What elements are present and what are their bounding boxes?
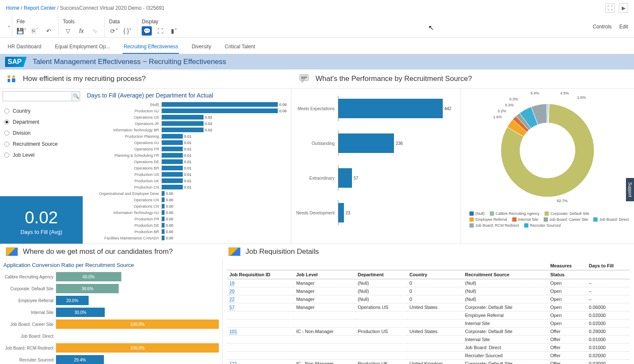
legend-item[interactable]: (Null) <box>469 211 485 216</box>
table-row[interactable]: Job Board: DirectOffer0.01000 <box>227 344 630 352</box>
perf-bar-row[interactable]: Meets Expectations442 <box>296 91 456 126</box>
donut-svg[interactable]: 5.4%4.5%1.6%0.3%0.3%3.2%1.6%82.7% <box>475 91 620 210</box>
bookmark-icon[interactable]: ▮˅ <box>169 26 179 36</box>
search-input[interactable] <box>3 92 72 101</box>
legend-item[interactable]: Employee Referral <box>469 217 507 222</box>
table-row[interactable]: 101IC - Non-ManagerProduction USUnited S… <box>227 328 630 336</box>
conv-bar-row[interactable]: Job Board: RCM Redirect100.0% <box>3 342 219 354</box>
bar-row[interactable]: (Null)0.06 <box>84 101 287 108</box>
filter-icon[interactable]: ▽ <box>63 26 73 36</box>
bar-row[interactable]: Production FR0.00 <box>84 216 287 222</box>
bar-row[interactable]: Operations CN0.00 <box>84 197 287 203</box>
collapse-icon[interactable]: ˄ <box>6 24 12 33</box>
save-icon[interactable]: 💾˅ <box>17 26 27 36</box>
col-header[interactable]: Status <box>547 270 586 279</box>
conv-bar-row[interactable]: Employee Referral20.0% <box>3 295 219 306</box>
link-icon[interactable]: ∿ <box>90 26 100 36</box>
filter-recruitment-source[interactable]: Recruitment Source <box>4 139 78 150</box>
table-row[interactable]: Internal SiteOpen0.02000 <box>227 320 630 328</box>
play-icon[interactable]: ▶ <box>619 3 628 13</box>
perf-bar-row[interactable]: Needs Development23 <box>296 195 456 230</box>
bar-row[interactable]: Operations BR0.01 <box>84 165 287 171</box>
req-id-link[interactable]: 22 <box>229 297 235 302</box>
col-header[interactable]: Country <box>407 270 463 279</box>
bar-row[interactable]: Operations FR0.01 <box>84 146 287 152</box>
menu-data[interactable]: Data <box>109 18 133 26</box>
bar-row[interactable]: Operations AU0.01 <box>84 139 287 146</box>
support-tab[interactable]: Support <box>626 178 634 201</box>
bar-row[interactable]: Production Planning0.01 <box>84 133 287 139</box>
revert-icon[interactable]: ↶ <box>44 26 54 36</box>
legend-item[interactable]: Calibre Recruiting Agency <box>490 211 540 216</box>
perf-bar-row[interactable]: Outstanding236 <box>296 126 456 161</box>
col-header[interactable]: Department <box>355 270 407 279</box>
req-id-link[interactable]: 57 <box>229 305 235 310</box>
bar-row[interactable]: Production US0.01 <box>84 171 287 178</box>
table-row[interactable]: 121IC - Non-ManagerProduction UKUnited K… <box>227 360 630 364</box>
col-header[interactable]: Recruitment Source <box>462 270 547 279</box>
controls-link[interactable]: Controls <box>593 24 612 30</box>
legend-item[interactable]: Internal Site <box>512 217 539 222</box>
tab-recruiting-effectiveness[interactable]: Recruiting Effectiveness <box>123 41 179 54</box>
legend-item[interactable]: Corporate: Default Site <box>545 211 589 216</box>
edit-link[interactable]: Edit <box>619 24 628 30</box>
fullscreen-icon[interactable]: ⛶ <box>155 26 165 36</box>
req-id-link[interactable]: 101 <box>229 329 237 334</box>
bar-row[interactable]: Operations DE0.01 <box>84 158 287 165</box>
legend-item[interactable]: Recruiter Sourced <box>524 223 561 228</box>
filter-division[interactable]: Division <box>4 128 78 139</box>
breadcrumb-report-center[interactable]: Report Center <box>24 5 56 11</box>
expand-icon[interactable]: ⛶ <box>605 3 614 13</box>
tab-diversity[interactable]: Diversity <box>191 41 212 54</box>
copy-icon[interactable]: ⎘˅ <box>30 26 40 36</box>
bar-row[interactable]: Production BR0.00 <box>84 228 287 235</box>
conv-bar-row[interactable]: Internal Site30.0% <box>3 306 219 318</box>
req-id-link[interactable]: 18 <box>229 281 235 286</box>
col-header[interactable]: Job Requisition ID <box>227 270 293 279</box>
bar-row[interactable]: Organizational and Employee Deve0.00 <box>84 190 287 197</box>
legend-item[interactable]: Job Board: Career Site <box>544 217 589 222</box>
tab-hr-dashboard[interactable]: HR Dashboard <box>7 41 42 54</box>
table-row[interactable]: 18Manager(Null)0(Null)Open– <box>227 279 630 287</box>
tab-critical-talent[interactable]: Critical Talent <box>224 41 256 54</box>
bar-row[interactable]: Facilities Maintenance CANADA0.00 <box>84 235 287 241</box>
table-row[interactable]: Recruiter SourcedOffer0.02000 <box>227 352 630 360</box>
filter-country[interactable]: Country <box>4 106 78 117</box>
comment-icon[interactable]: 💬 <box>142 26 152 36</box>
legend-item[interactable]: Job Board: RCM Redirect <box>469 223 519 228</box>
filter-job-level[interactable]: Job Level <box>4 150 78 161</box>
search-icon[interactable]: 🔍 <box>72 92 80 101</box>
req-id-link[interactable]: 121 <box>229 361 237 364</box>
table-row[interactable]: 20Manager(Null)0(Null)Open– <box>227 287 630 295</box>
tab-equal-employment-op-[interactable]: Equal Employment Op... <box>54 41 111 54</box>
col-header[interactable]: Job Level <box>293 270 355 279</box>
bar-row[interactable]: Production AU0.06 <box>84 108 287 114</box>
breadcrumb-home[interactable]: Home <box>6 5 20 11</box>
req-id-link[interactable]: 20 <box>229 289 235 294</box>
legend-item[interactable]: Job Board: Direct <box>593 217 629 222</box>
table-row[interactable]: Internal SiteOffer0.01000 <box>227 336 630 344</box>
perf-bar-row[interactable]: Extraordinary57 <box>296 161 456 195</box>
bar-row[interactable]: Information Technology BR0.02 <box>84 127 287 133</box>
bar-row[interactable]: Production DE0.00 <box>84 222 287 228</box>
conv-bar-row[interactable]: Job Board: Direct <box>3 330 219 342</box>
menu-file[interactable]: File <box>17 18 54 26</box>
conv-bar-row[interactable]: Corporate: Default Site38.6% <box>3 283 219 295</box>
bar-row[interactable]: Planning & Scheduling FR0.01 <box>84 152 287 158</box>
bar-row[interactable]: Operations CN0.00 <box>84 203 287 209</box>
bar-row[interactable]: Operations JP0.02 <box>84 120 287 127</box>
bar-row[interactable]: Operations US0.02 <box>84 114 287 120</box>
refresh-icon[interactable]: ⟳˅ <box>109 26 119 36</box>
table-row[interactable]: 22Manager(Null)0(Null)Open– <box>227 295 630 303</box>
conv-bar-row[interactable]: Recruiter Sourced29.4% <box>3 354 219 364</box>
menu-display[interactable]: Display <box>142 18 179 26</box>
bar-row[interactable]: Information Technology AU0.00 <box>84 209 287 216</box>
table-row[interactable]: Employee ReferralOpen0.02000 <box>227 311 630 320</box>
conv-bar-row[interactable]: Job Board: Career Site100.0% <box>3 318 219 330</box>
braces-icon[interactable]: { }˅ <box>123 26 133 36</box>
bar-row[interactable]: Production UK0.01 <box>84 178 287 184</box>
formula-icon[interactable]: fx <box>76 26 87 36</box>
col-header[interactable] <box>586 270 630 279</box>
table-row[interactable]: 57ManagerOperations USUnited StatesCorpo… <box>227 303 630 311</box>
menu-tools[interactable]: Tools <box>63 18 100 26</box>
